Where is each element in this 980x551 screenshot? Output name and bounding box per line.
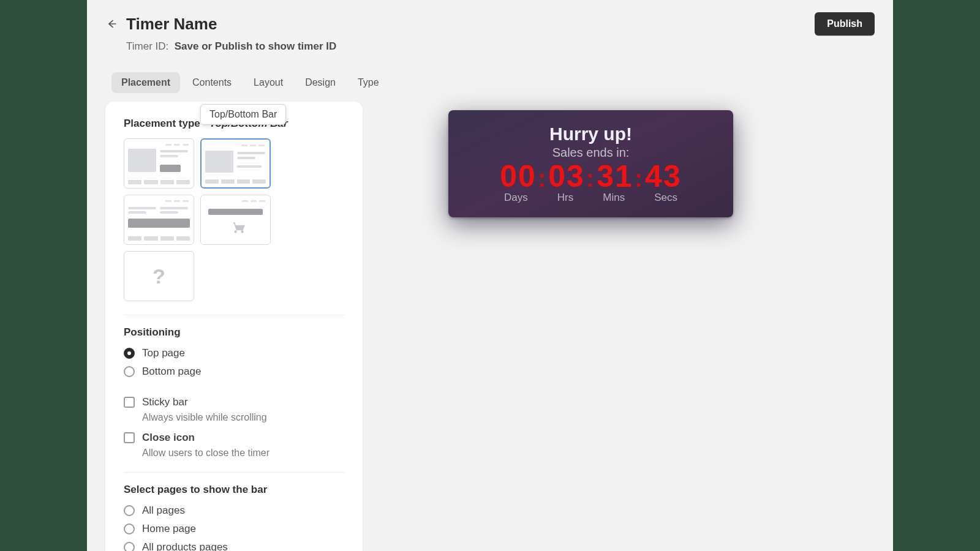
- radio-all-products[interactable]: All products pages: [124, 541, 344, 551]
- radio-bottom-page[interactable]: Bottom page: [124, 365, 344, 378]
- thumb-cart[interactable]: [200, 195, 271, 245]
- page-title: Timer Name: [126, 15, 217, 34]
- placement-tooltip: Top/Bottom Bar: [200, 104, 286, 125]
- timer-id-line: Timer ID: Save or Publish to show timer …: [126, 40, 875, 53]
- radio-icon: [124, 366, 135, 377]
- thumb-custom[interactable]: ?: [124, 251, 194, 301]
- positioning-title: Positioning: [124, 326, 344, 339]
- sticky-hint: Always visible while scrolling: [142, 412, 344, 423]
- checkbox-sticky[interactable]: Sticky bar: [124, 396, 344, 408]
- close-icon-hint: Allow users to close the timer: [142, 448, 344, 459]
- checkbox-icon: [124, 397, 135, 408]
- tab-placement[interactable]: Placement: [111, 72, 180, 93]
- placement-card: Top/Bottom Bar Placement type - Top/Bott…: [105, 102, 363, 551]
- tab-layout[interactable]: Layout: [244, 72, 293, 93]
- tab-design[interactable]: Design: [295, 72, 345, 93]
- thumb-top-bar[interactable]: [200, 138, 271, 189]
- frame-right: [893, 0, 980, 551]
- tabs: Placement Contents Layout Design Type: [111, 72, 875, 93]
- back-icon[interactable]: [105, 18, 118, 30]
- preview-units: Days Hrs Mins Secs: [504, 192, 677, 204]
- radio-top-page[interactable]: Top page: [124, 347, 344, 359]
- timer-preview: Hurry up! Sales ends in: 00: 03: 31: 43 …: [448, 110, 733, 217]
- publish-button[interactable]: Publish: [815, 12, 875, 36]
- radio-icon: [124, 348, 135, 359]
- divider: [124, 315, 344, 315]
- timer-id-label: Timer ID:: [126, 40, 168, 52]
- tab-type[interactable]: Type: [348, 72, 389, 93]
- preview-subtitle: Sales ends in:: [552, 146, 630, 160]
- frame-left: [0, 0, 87, 551]
- radio-home-page[interactable]: Home page: [124, 523, 344, 535]
- pages-title: Select pages to show the bar: [124, 484, 344, 496]
- checkbox-close-icon[interactable]: Close icon: [124, 432, 344, 444]
- radio-all-pages[interactable]: All pages: [124, 504, 344, 517]
- placement-thumbs: ?: [124, 138, 344, 301]
- preview-countdown: 00: 03: 31: 43: [500, 159, 681, 194]
- tab-contents[interactable]: Contents: [183, 72, 241, 93]
- checkbox-icon: [124, 432, 135, 443]
- radio-icon: [124, 523, 135, 534]
- thumb-bottom-bar[interactable]: [124, 195, 194, 245]
- radio-icon: [124, 542, 135, 551]
- divider: [124, 472, 344, 473]
- question-icon: ?: [153, 264, 165, 288]
- cart-icon: [230, 220, 246, 238]
- thumb-product-card[interactable]: [124, 138, 194, 189]
- radio-icon: [124, 505, 135, 516]
- preview-title: Hurry up!: [549, 124, 632, 144]
- timer-id-value: Save or Publish to show timer ID: [175, 40, 337, 52]
- page-header: Timer Name Publish: [105, 12, 875, 37]
